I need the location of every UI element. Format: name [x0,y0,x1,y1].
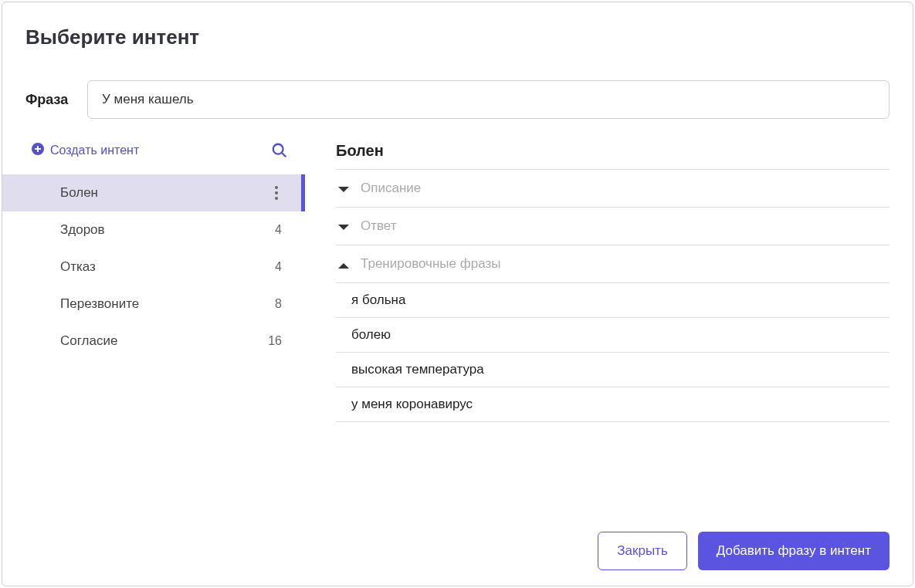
intent-detail-panel: Болен Описание Ответ Тренировочные фразы [305,134,890,516]
intent-name: Болен [60,185,98,201]
phrase-label: Фраза [25,92,72,108]
intent-item-otkaz[interactable]: Отказ 4 [2,248,305,286]
section-label: Ответ [361,218,397,234]
section-description[interactable]: Описание [336,170,890,208]
svg-point-0 [273,144,283,154]
training-phrase[interactable]: болею [336,318,890,353]
intent-item-soglasie[interactable]: Согласие 16 [2,323,305,360]
intent-count: 4 [275,223,288,237]
intent-item-perezvonite[interactable]: Перезвоните 8 [2,286,305,323]
section-training[interactable]: Тренировочные фразы [336,245,890,283]
chevron-down-icon [337,221,350,231]
section-answer[interactable]: Ответ [336,208,890,245]
search-icon[interactable] [271,142,288,159]
chevron-down-icon [337,184,350,193]
select-intent-modal: Выберите интент Фраза Создать интент Бо [2,2,913,586]
training-phrase[interactable]: высокая температура [336,353,890,387]
plus-circle-icon [32,143,44,158]
intent-item-zdorov[interactable]: Здоров 4 [2,211,305,248]
add-phrase-button[interactable]: Добавить фразу в интент [698,532,890,570]
intent-count: 8 [275,297,288,311]
chevron-up-icon [337,259,350,269]
training-phrase[interactable]: у меня коронавирус [336,387,890,422]
modal-title: Выберите интент [25,25,890,49]
sidebar-top: Создать интент [2,134,305,167]
create-intent-label: Создать интент [50,144,139,157]
intent-count: 4 [275,260,288,274]
intent-sidebar: Создать интент Болен Здоров 4 Отказ 4 [2,134,305,516]
section-label: Описание [361,181,421,196]
intent-name: Перезвоните [60,296,139,312]
intent-list: Болен Здоров 4 Отказ 4 Перезвоните 8 Сог… [2,174,305,360]
section-label: Тренировочные фразы [361,256,500,272]
intent-name: Отказ [60,259,96,275]
intent-name: Согласие [60,333,117,349]
modal-footer: Закрыть Добавить фразу в интент [2,516,913,586]
phrase-row: Фраза [2,65,913,134]
content-area: Создать интент Болен Здоров 4 Отказ 4 [2,134,913,516]
close-button[interactable]: Закрыть [598,532,686,570]
svg-line-1 [282,153,286,157]
training-phrase[interactable]: я больна [336,283,890,318]
intent-item-bolen[interactable]: Болен [2,174,305,211]
phrase-input[interactable] [87,80,890,119]
intent-name: Здоров [60,222,105,238]
intent-count: 16 [268,334,288,348]
more-icon[interactable] [269,186,283,200]
detail-title: Болен [336,142,890,170]
modal-header: Выберите интент [2,2,913,65]
create-intent-button[interactable]: Создать интент [32,143,139,158]
